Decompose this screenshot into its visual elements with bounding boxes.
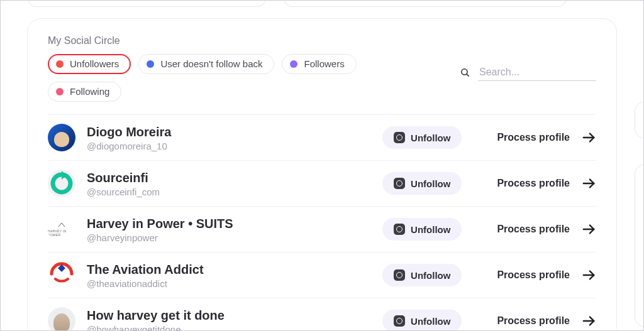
unfollow-label: Unfollow [411,178,450,189]
avatar [48,261,75,289]
search-icon [460,67,470,78]
user-handle: @sourceinfi_com [87,187,313,197]
instagram-icon [394,315,405,327]
instagram-icon [394,269,405,281]
process-label: Process profile [497,269,570,281]
user-name: The Aviation Addict [87,262,313,277]
dot-icon [290,60,297,68]
avatar [48,307,75,331]
process-profile-link[interactable]: Process profile [497,224,596,235]
user-handle: @diogomoreira_10 [87,141,313,151]
list-item: The Aviation Addict @theaviationaddict U… [48,252,596,298]
process-profile-link[interactable]: Process profile [497,315,596,327]
user-name: Sourceinfi [87,170,313,185]
unfollow-label: Unfollow [411,316,450,327]
tab-no-followback[interactable]: User doesn't follow back [138,54,274,74]
tab-followers[interactable]: Followers [282,54,356,74]
dot-icon [147,60,154,68]
user-handle: @howharveygetitdone [87,324,313,332]
social-circle-card: My Social Circle Unfollowers User doesn'… [27,18,617,331]
search-input[interactable] [478,64,596,81]
tab-following[interactable]: Following [48,82,121,102]
unfollow-button[interactable]: Unfollow [382,172,462,195]
dot-icon [56,60,64,68]
process-profile-link[interactable]: Process profile [497,178,596,189]
process-label: Process profile [497,224,570,235]
user-handle: @theaviationaddict [87,278,313,289]
instagram-icon [394,132,405,143]
svg-line-1 [467,74,469,76]
list-item: HARVEY IN POWER Harvey in Power • SUITS … [48,207,596,252]
dot-icon [56,88,64,95]
list-item: How harvey get it done @howharveygetitdo… [48,298,596,331]
arrow-right-icon [582,269,596,281]
list-item: Sourceinfi @sourceinfi_com Unfollow Proc… [48,161,596,207]
unfollow-button[interactable]: Unfollow [382,264,462,286]
tab-label: Following [70,86,109,97]
tab-label: Followers [304,58,344,70]
process-label: Process profile [497,132,570,143]
unfollow-label: Unfollow [411,270,450,281]
unfollow-button[interactable]: Unfollow [382,126,462,149]
arrow-right-icon [582,224,596,235]
avatar [48,170,75,197]
search-field [460,64,596,81]
avatar: HARVEY IN POWER [48,215,75,243]
process-label: Process profile [497,315,570,327]
arrow-right-icon [582,132,596,143]
unfollow-button[interactable]: Unfollow [382,218,462,241]
user-handle: @harveyinpower [87,232,313,243]
avatar [48,124,75,151]
user-name: How harvey get it done [87,308,313,323]
arrow-right-icon [582,178,596,189]
process-profile-link[interactable]: Process profile [497,269,596,281]
instagram-icon [394,178,405,189]
user-name: Diogo Moreira [87,124,313,139]
process-label: Process profile [497,178,570,189]
section-title: My Social Circle [48,35,596,46]
unfollow-label: Unfollow [411,133,450,143]
process-profile-link[interactable]: Process profile [497,132,596,143]
arrow-right-icon [582,315,596,327]
list-item: Diogo Moreira @diogomoreira_10 Unfollow … [48,114,596,161]
unfollow-button[interactable]: Unfollow [382,310,462,331]
tab-unfollowers[interactable]: Unfollowers [48,54,131,74]
tab-label: Unfollowers [70,58,119,70]
filter-tabs: Unfollowers User doesn't follow back Fol… [48,54,425,102]
instagram-icon [394,224,405,235]
user-list: Diogo Moreira @diogomoreira_10 Unfollow … [28,114,616,331]
tab-label: User doesn't follow back [160,58,262,70]
user-name: Harvey in Power • SUITS [87,216,313,231]
unfollow-label: Unfollow [411,224,450,235]
